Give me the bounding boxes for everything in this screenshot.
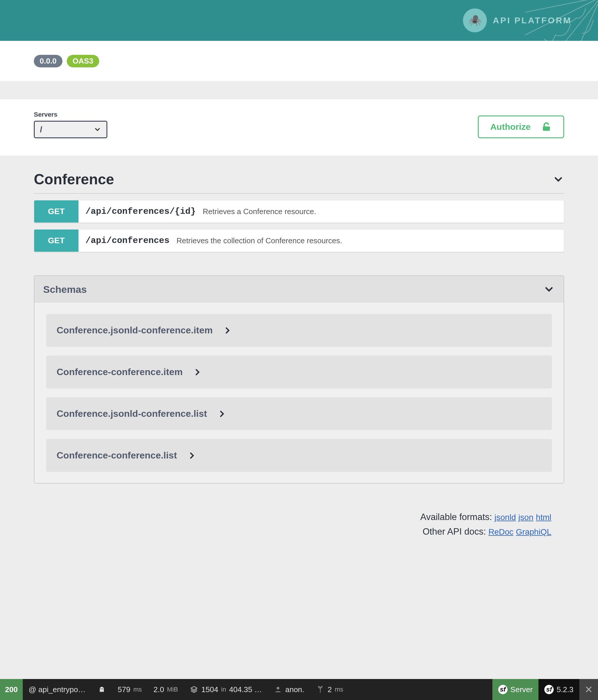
- toolbar-server[interactable]: sf Server: [492, 679, 539, 700]
- schema-item[interactable]: Conference.jsonld-conference.list: [46, 397, 552, 430]
- toolbar-user[interactable]: anon.: [268, 679, 310, 700]
- authorize-button[interactable]: Authorize: [478, 116, 564, 138]
- svg-point-7: [102, 688, 103, 689]
- http-method-badge: GET: [34, 200, 78, 223]
- schemas-list: Conference.jsonld-conference.item Confer…: [34, 303, 564, 483]
- servers-label: Servers: [34, 111, 107, 119]
- toolbar-route[interactable]: @ api_entrypo…: [23, 679, 92, 700]
- version-badge: 0.0.0: [34, 55, 63, 67]
- operation-path: /api/conferences: [78, 236, 176, 246]
- toolbar-cache[interactable]: 1504 in 404.35 …: [184, 679, 268, 700]
- format-link[interactable]: json: [518, 513, 533, 522]
- toolbar-twig[interactable]: 2 ms: [310, 679, 349, 700]
- schema-name: Conference-conference.item: [57, 367, 182, 377]
- docs-link[interactable]: ReDoc: [488, 527, 514, 536]
- brand-logo-icon: 🕷️: [463, 8, 487, 32]
- toolbar-close-button[interactable]: ✕: [579, 679, 598, 700]
- schema-item[interactable]: Conference-conference.list: [46, 439, 552, 472]
- schema-name: Conference.jsonld-conference.list: [57, 408, 207, 419]
- section-title: Conference: [34, 171, 114, 188]
- toolbar-memory[interactable]: 2.0 MiB: [148, 679, 184, 700]
- layers-icon: [190, 685, 198, 694]
- schema-item[interactable]: Conference.jsonld-conference.item: [46, 314, 552, 347]
- chevron-down-icon: [543, 283, 555, 295]
- brand: 🕷️ API PLATFORM: [463, 8, 572, 32]
- servers-block: Servers /: [34, 111, 107, 138]
- chevron-right-icon: [193, 367, 202, 377]
- operation-path: /api/conferences/{id}: [78, 206, 203, 217]
- lock-open-icon: [541, 122, 552, 132]
- symfony-icon: sf: [544, 685, 554, 694]
- format-link[interactable]: jsonld: [494, 513, 516, 522]
- operation-description: Retrieves a Conference resource.: [203, 207, 316, 216]
- docs-link[interactable]: GraphiQL: [516, 527, 551, 536]
- operation-row[interactable]: GET /api/conferences/{id} Retrieves a Co…: [34, 200, 564, 223]
- schemas-title: Schemas: [43, 284, 86, 295]
- operation-description: Retrieves the collection of Conference r…: [176, 236, 342, 245]
- schema-name: Conference-conference.list: [57, 450, 177, 461]
- formats-label: Available formats:: [420, 512, 492, 522]
- format-link[interactable]: html: [536, 513, 551, 522]
- spec-badge: OAS3: [67, 55, 99, 67]
- symfony-icon: sf: [498, 685, 507, 694]
- toolbar-symfony-version[interactable]: sf 5.2.3: [539, 679, 579, 700]
- http-method-badge: GET: [34, 229, 78, 252]
- chevron-down-icon: [552, 174, 564, 185]
- operation-row[interactable]: GET /api/conferences Retrieves the colle…: [34, 229, 564, 252]
- meta-links: Available formats: jsonld json html Othe…: [0, 495, 598, 539]
- user-icon: [274, 685, 282, 694]
- servers-select[interactable]: /: [34, 121, 107, 138]
- ghost-icon: [97, 685, 106, 694]
- svg-rect-5: [543, 127, 550, 131]
- servers-selected-value: /: [40, 125, 42, 134]
- schemas-section: Schemas Conference.jsonld-conference.ite…: [34, 275, 564, 483]
- toolbar-ghost-icon[interactable]: [92, 679, 112, 700]
- chevron-down-icon: [94, 126, 101, 133]
- toolbar-time[interactable]: 579 ms: [112, 679, 148, 700]
- version-bar: 0.0.0 OAS3: [0, 41, 598, 81]
- schema-item[interactable]: Conference-conference.item: [46, 355, 552, 389]
- section-header[interactable]: Conference: [34, 171, 564, 194]
- authorize-label: Authorize: [490, 122, 531, 132]
- symfony-toolbar: 200 @ api_entrypo… 579 ms 2.0 MiB 1504 i…: [0, 679, 598, 700]
- close-icon: ✕: [584, 684, 593, 695]
- toolbar-status[interactable]: 200: [0, 679, 23, 700]
- twig-icon: [316, 685, 325, 694]
- schemas-header[interactable]: Schemas: [34, 276, 564, 303]
- svg-point-6: [100, 688, 101, 689]
- chevron-right-icon: [217, 409, 227, 419]
- chevron-right-icon: [187, 451, 197, 460]
- servers-panel: Servers / Authorize: [0, 99, 598, 156]
- svg-point-8: [277, 687, 279, 690]
- app-header: 🕷️ API PLATFORM: [0, 0, 598, 41]
- chevron-right-icon: [223, 325, 232, 335]
- brand-name: API PLATFORM: [493, 16, 572, 25]
- docs-label: Other API docs:: [423, 526, 486, 537]
- schema-name: Conference.jsonld-conference.item: [57, 325, 213, 336]
